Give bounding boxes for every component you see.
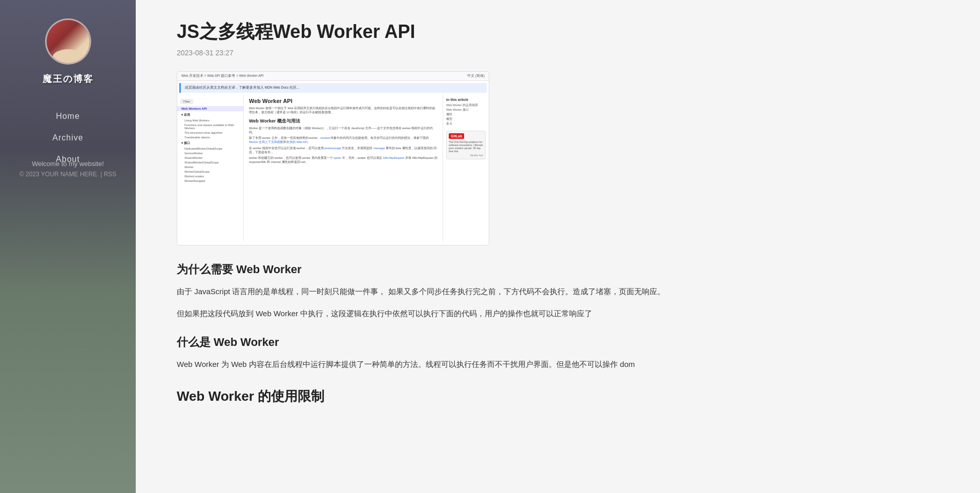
mdn-link-5[interactable]: message	[373, 147, 385, 150]
mdn-toc-item-2[interactable]: Web Worker 接口	[446, 108, 486, 112]
mdn-sidebar-sub-2[interactable]: Functions and classes available to Web W…	[177, 122, 243, 130]
mdn-content: Web Worker API Web Worker 使得一个独立于 Web 应用…	[244, 95, 443, 241]
avatar	[45, 18, 91, 65]
mdn-sidebar-section-1: ▾ 应用	[177, 111, 243, 118]
nav-item-archive[interactable]: Archive	[0, 127, 136, 149]
mdn-sidebar-sub-8[interactable]: SharedWorkerGlobalScope	[177, 160, 243, 165]
mdn-toc-title: In this article	[446, 98, 486, 101]
mdn-mockup: Web 开发技术 > Web API 接口参考 > Web Worker API…	[177, 72, 489, 245]
nav-item-home[interactable]: Home	[0, 106, 136, 127]
mdn-sidebar-sub-11[interactable]: WorkerLocation	[177, 174, 243, 178]
mdn-h1: Web Worker API	[249, 98, 437, 104]
post-screenshot: Web 开发技术 > Web API 接口参考 > Web Worker API…	[177, 71, 489, 245]
blog-title: 魔王の博客	[43, 73, 94, 85]
mdn-lang: 中文 (简体)	[467, 74, 485, 78]
mdn-ad-text: The One DevOps platform for software inn…	[449, 140, 483, 153]
mdn-sidebar-sub-4[interactable]: Transferable objects	[177, 135, 243, 139]
mdn-sidebar-section-2: ▾ 接口	[177, 139, 243, 146]
sidebar-footer: Welcome to my website! © 2023 YOUR NAME …	[19, 160, 116, 178]
section1-para1: 由于 JavaScript 语言用的是单线程，同一时刻只能做一件事， 如果又多个…	[177, 284, 939, 298]
main-content: JS之多线程Web Worker API 2023-08-31 23:27 We…	[136, 0, 980, 493]
avatar-image	[47, 18, 90, 65]
post-date: 2023-08-31 23:27	[177, 49, 939, 57]
mdn-sidebar-sub-3[interactable]: The structured clone algorithm	[177, 130, 243, 135]
welcome-text: Welcome to my website!	[19, 160, 116, 168]
mdn-link-2[interactable]: Worker 全局上下文和函数	[249, 140, 283, 143]
rss-link[interactable]: RSS	[103, 171, 116, 178]
mdn-sidebar-sub-6[interactable]: ServiceWorker	[177, 151, 243, 155]
section2-para: Web Worker 为 Web 内容在后台线程中运行脚本提供了一种简单的方法。…	[177, 357, 939, 371]
section1-para2: 但如果把这段代码放到 Web Worker 中执行，这段逻辑在执行中依然可以执行…	[177, 306, 939, 320]
mdn-toc-item-4[interactable]: 概型	[446, 117, 486, 121]
mdn-ad-logo: GitLab	[449, 133, 464, 139]
mdn-p3: 除了专用 worker 之外，还有一些其他种类的 worker。window 对…	[249, 136, 437, 145]
mdn-toc-item-1[interactable]: Web Worker 的运用场景	[446, 104, 486, 107]
mdn-sidebar-sub-1[interactable]: Using Web Workers	[177, 118, 243, 122]
mdn-sidebar-sub-12[interactable]: WorkerNavigator	[177, 178, 243, 183]
mdn-h2-1: Web Worker 概念与用法	[249, 118, 437, 125]
mdn-p2: Worker 是一个使用构造函数创建的对象（例如 Worker()），它运行一个…	[249, 126, 437, 135]
mdn-breadcrumb: Web 开发技术 > Web API 接口参考 > Web Worker API	[181, 74, 264, 78]
mdn-p5: worker 和创建它的 worker，也可以使用 worker 系内发展某一个…	[249, 156, 437, 165]
mdn-link-3[interactable]: 支持的 Web API	[286, 140, 307, 143]
post-title: JS之多线程Web Worker API	[177, 20, 939, 43]
sidebar: 魔王の博客 Home Archive About Welcome to my w…	[0, 0, 136, 493]
mdn-link-6[interactable]: option	[333, 156, 341, 159]
mdn-sidebar-sub-9[interactable]: Worker	[177, 165, 243, 169]
mdn-notice: 此页面由社区从英文文档自主译，了解更多并加入 MDN Web Docs 社区..…	[179, 83, 487, 93]
mdn-filter[interactable]: Filter	[180, 99, 193, 104]
mdn-topbar: Web 开发技术 > Web API 接口参考 > Web Worker API…	[177, 72, 489, 81]
mdn-ad: GitLab The One DevOps platform for softw…	[446, 131, 486, 159]
mdn-sidebar-sub-7[interactable]: SharedWorker	[177, 155, 243, 160]
mdn-toc-item-3[interactable]: 属性	[446, 113, 486, 116]
section2-title: 什么是 Web Worker	[177, 335, 939, 350]
section1-title: 为什么需要 Web Worker	[177, 262, 939, 277]
mdn-sidebar-active[interactable]: Web Workers API	[177, 106, 243, 111]
mdn-sidebar: Filter Web Workers API ▾ 应用 Using Web Wo…	[177, 95, 244, 241]
section3-title: Web Worker 的使用限制	[177, 387, 939, 405]
mdn-sidebar-sub-10[interactable]: WorkerGlobalScope	[177, 169, 243, 174]
mdn-sidebar-sub-5[interactable]: DedicatedWorkerGlobalScope	[177, 146, 243, 151]
mdn-toc: In this article Web Worker 的运用场景 Web Wor…	[443, 95, 489, 241]
mdn-p1: Web Worker 使得一个独立于 Web 应用程序主执行线程的后台线程中运行…	[249, 106, 437, 115]
mdn-link-7[interactable]: XMLHttpRequest	[383, 156, 404, 159]
mdn-body: Filter Web Workers API ▾ 应用 Using Web Wo…	[177, 95, 489, 241]
copyright-text: © 2023 YOUR NAME HERE. | RSS	[19, 171, 116, 178]
mdn-p4: 在 worker 线程中你也可以运行其他 worker，还可以使用 postme…	[249, 146, 437, 155]
mdn-link-1[interactable]: window	[321, 136, 330, 139]
mdn-toc-item-5[interactable]: 多元	[446, 122, 486, 126]
mdn-link-4[interactable]: postmessage	[324, 147, 341, 150]
mdn-ad-footer: Mozilla Ads	[449, 154, 483, 157]
